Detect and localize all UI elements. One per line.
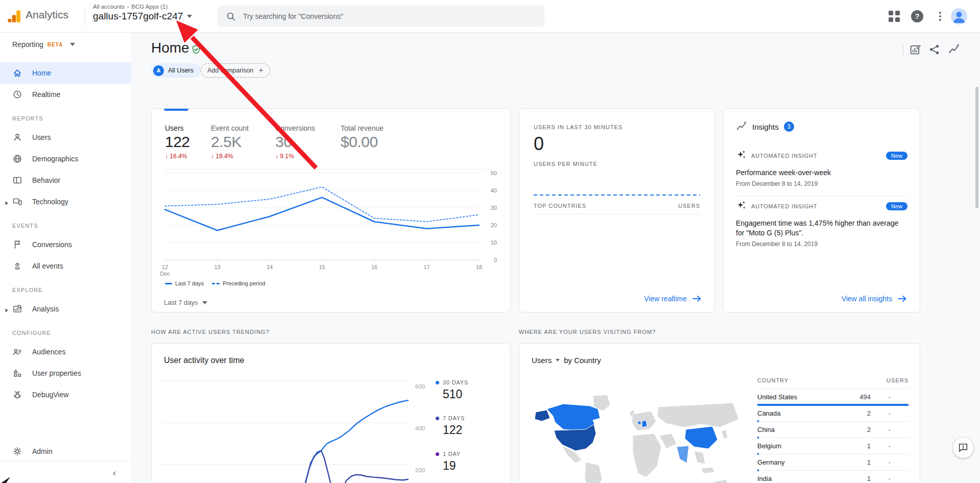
sidebar-item-audiences[interactable]: Audiences (0, 341, 131, 363)
add-comparison-button[interactable]: Add comparison + (201, 63, 270, 78)
by-country-label: by Country (564, 356, 601, 365)
sidebar-item-analysis[interactable]: Analysis (0, 298, 131, 320)
nav-section-header-explore: EXPLORE (0, 277, 131, 298)
table-row-china: China2- (757, 422, 909, 438)
scrollbar-thumb[interactable] (975, 87, 978, 208)
sidebar-item-demographics[interactable]: Demographics (0, 148, 131, 170)
property-selector[interactable]: gallus-1757golf-c247 (93, 11, 192, 22)
topbar-divider (85, 7, 85, 26)
insight-title[interactable]: Engagement time was 1,475% higher than a… (736, 219, 907, 238)
globe-icon (12, 154, 22, 164)
users-column-header: USERS (850, 377, 909, 383)
insight-date: From December 8 to 14, 2019 (736, 180, 907, 187)
metric-value: $0.00 (341, 133, 417, 151)
activity-legend-label: 7 DAYS (436, 415, 468, 421)
insight-date: From December 8 to 14, 2019 (736, 240, 907, 248)
sidebar-item-label: Audiences (32, 348, 65, 356)
caret-down-icon (556, 359, 560, 361)
feedback-button[interactable] (953, 438, 973, 458)
analytics-logo-icon[interactable] (7, 9, 21, 23)
country-users: 2 (850, 426, 871, 433)
activity-legend-value: 19 (443, 459, 468, 473)
legend-dot-icon (436, 381, 439, 384)
sidebar-item-all-events[interactable]: All events (0, 255, 131, 277)
devices-icon (12, 197, 22, 207)
nav-section-header-configure: CONFIGURE (0, 320, 131, 341)
country-users: 494 (850, 393, 871, 401)
add-comparison-label: Add comparison (207, 67, 253, 74)
insight-title[interactable]: Performance week-over-week (736, 168, 907, 178)
all-users-chip[interactable]: A All Users (151, 63, 201, 78)
search-icon (226, 11, 236, 21)
nav-section-header-reports: REPORTS (0, 105, 131, 127)
metric-label: Users (165, 124, 211, 132)
expand-caret-icon[interactable] (4, 306, 9, 311)
metric-event-count[interactable]: Event count2.5K↓ 19.4% (211, 124, 275, 160)
beta-badge: BETA (47, 42, 63, 47)
sidebar-item-user-properties[interactable]: User properties (0, 363, 131, 384)
metric-conversions[interactable]: Conversions30↓ 9.1% (275, 124, 341, 160)
apps-grid-icon[interactable] (889, 11, 900, 22)
sidebar-item-technology[interactable]: Technology (0, 191, 131, 212)
avatar[interactable] (951, 8, 967, 25)
insights-card: Insights 3 AUTOMATED INSIGHTNewPerforman… (723, 108, 920, 312)
main-content: Home A All Users Add comparison + (131, 33, 980, 483)
country-users: 1 (850, 442, 871, 450)
sidebar-item-home[interactable]: Home (0, 62, 131, 84)
caret-down-icon (187, 15, 192, 18)
collapse-sidebar-icon[interactable]: ‹ (108, 467, 121, 479)
realtime-card: USERS IN LAST 30 MINUTES 0 USERS PER MIN… (519, 108, 715, 312)
metric-delta: ↓ 16.4% (165, 153, 211, 160)
shield-check-icon (191, 44, 201, 55)
svg-text:400: 400 (415, 425, 425, 431)
dimension-dropdown[interactable]: Users (532, 356, 552, 365)
sparkle-icon (736, 150, 746, 162)
metric-users[interactable]: Users122↓ 16.4% (165, 124, 211, 160)
legend-last-7-days: Last 7 days (165, 280, 204, 286)
activity-legend-30-days: 30 DAYS510 (436, 379, 468, 401)
metric-value: 122 (165, 133, 211, 151)
customize-report-icon[interactable] (909, 43, 921, 56)
reporting-selector[interactable]: Reporting BETA (0, 33, 131, 56)
view-all-insights-link[interactable]: View all insights (842, 295, 907, 303)
feedback-icon (958, 443, 968, 453)
kebab-menu-icon[interactable] (936, 10, 944, 22)
sidebar-item-label: Home (32, 69, 51, 77)
divider (736, 196, 907, 196)
view-realtime-link[interactable]: View realtime (644, 295, 702, 303)
sidebar-divider (0, 461, 131, 462)
help-icon[interactable]: ? (911, 10, 923, 22)
breadcrumb-account[interactable]: BCG Apps (1) (131, 4, 168, 10)
svg-text:15: 15 (319, 264, 325, 270)
legend-dot-icon (436, 452, 439, 456)
breadcrumb-all-accounts[interactable]: All accounts (93, 4, 125, 10)
sidebar-item-conversions[interactable]: Conversions (0, 234, 131, 255)
metric-total-revenue[interactable]: Total revenue$0.00 (341, 124, 417, 160)
country-trend: - (871, 426, 909, 433)
arrow-right-icon (897, 295, 907, 302)
sidebar-item-admin[interactable]: Admin (0, 441, 131, 462)
sidebar-item-behavior[interactable]: Behavior (0, 170, 131, 191)
svg-text:20: 20 (491, 222, 497, 228)
legend-label: Preceding period (223, 280, 265, 286)
reporting-label: Reporting (12, 40, 43, 49)
country-trend: - (871, 442, 909, 450)
expand-caret-icon[interactable] (4, 199, 9, 204)
sidebar-item-debugview[interactable]: DebugView (0, 384, 131, 405)
svg-text:40: 40 (491, 187, 497, 194)
country-trend: - (871, 393, 909, 401)
sidebar-item-users[interactable]: Users (0, 127, 131, 148)
selected-tab-indicator (164, 109, 188, 111)
metrics-row: Users122↓ 16.4%Event count2.5K↓ 19.4%Con… (165, 124, 417, 160)
legend-preceding-period: Preceding period (212, 280, 265, 286)
insights-icon[interactable] (948, 43, 960, 56)
sidebar-item-realtime[interactable]: Realtime (0, 84, 131, 105)
audiences-icon (12, 347, 22, 357)
insight-head: AUTOMATED INSIGHTNew (736, 150, 907, 162)
share-icon[interactable] (928, 43, 941, 56)
all-users-label: All Users (168, 67, 194, 74)
divider (164, 169, 498, 170)
search-input[interactable] (243, 12, 519, 20)
metric-delta: ↓ 9.1% (275, 153, 341, 160)
date-range-dropdown[interactable]: Last 7 days (164, 299, 207, 306)
